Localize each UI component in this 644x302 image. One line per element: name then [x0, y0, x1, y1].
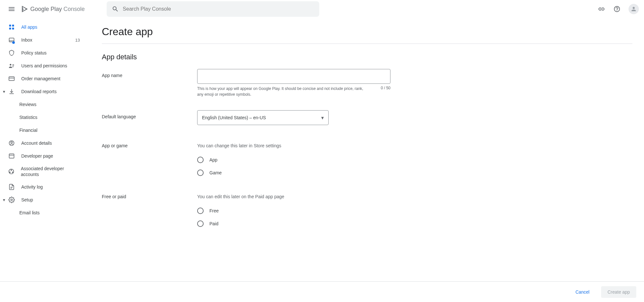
sidebar-item-account-details[interactable]: Account details [0, 137, 85, 150]
free-or-paid-row: Free or paid You can edit this later on … [102, 194, 632, 233]
user-avatar[interactable] [629, 4, 639, 14]
help-icon [613, 5, 620, 13]
sidebar-item-label: Reviews [19, 102, 36, 107]
svg-rect-3 [12, 25, 14, 27]
download-icon [8, 88, 15, 95]
radio-icon [197, 170, 204, 176]
web-icon [8, 152, 15, 160]
gear-icon [8, 196, 15, 204]
default-language-select[interactable]: English (United States) – en-US ▾ [197, 110, 329, 125]
search-icon [112, 5, 119, 13]
apps-icon [8, 23, 15, 31]
svg-point-10 [11, 141, 13, 143]
header-actions [595, 3, 639, 15]
sidebar-item-label: Download reports [21, 89, 57, 94]
sidebar-item-download-reports[interactable]: ▾ Download reports [0, 85, 85, 98]
sidebar-item-email-lists[interactable]: Email lists [0, 206, 85, 219]
select-value: English (United States) – en-US [202, 115, 266, 120]
file-icon [8, 183, 15, 191]
radio-label: Game [209, 170, 222, 175]
sidebar-item-label: Account details [21, 141, 52, 146]
sidebar-item-all-apps[interactable]: All apps [0, 21, 85, 34]
section-title: App details [102, 53, 632, 61]
sidebar-item-label: Setup [21, 197, 33, 202]
app-or-game-hint: You can change this later in Store setti… [197, 143, 390, 148]
person-circle-icon [8, 139, 15, 147]
sidebar-nav: All apps Inbox 13 Policy status Users an… [0, 18, 90, 281]
sidebar-item-label: Email lists [19, 210, 40, 215]
svg-rect-4 [9, 28, 11, 30]
sidebar-item-financial[interactable]: Financial [0, 124, 85, 137]
app-name-helper: This is how your app will appear on Goog… [197, 86, 365, 97]
help-button[interactable] [610, 3, 623, 15]
radio-option-paid[interactable]: Paid [197, 220, 390, 227]
sidebar-item-users-permissions[interactable]: Users and permissions [0, 59, 85, 72]
sidebar-item-label: Associated developer accounts [21, 166, 80, 177]
logo-text: Google Play Console [30, 6, 85, 13]
sidebar-item-label: Order management [21, 76, 60, 81]
search-input[interactable] [123, 6, 314, 12]
radio-icon [197, 208, 204, 214]
app-name-input[interactable] [197, 69, 390, 84]
radio-option-app[interactable]: App [197, 157, 390, 163]
sidebar-item-label: Financial [19, 128, 37, 133]
sidebar-item-activity-log[interactable]: Activity log [0, 180, 85, 193]
sidebar-item-order-management[interactable]: Order management [0, 72, 85, 85]
link-button[interactable] [595, 3, 608, 15]
sidebar-item-statistics[interactable]: Statistics [0, 111, 85, 124]
sidebar-item-policy-status[interactable]: Policy status [0, 46, 85, 59]
app-name-row: App name This is how your app will appea… [102, 69, 632, 97]
svg-rect-2 [9, 25, 11, 27]
svg-point-13 [11, 170, 12, 171]
notification-dot [12, 41, 15, 44]
svg-point-14 [10, 172, 10, 173]
sidebar-item-associated-accounts[interactable]: Associated developer accounts [0, 162, 85, 180]
radio-icon [197, 220, 204, 227]
search-container[interactable] [107, 1, 319, 17]
sidebar-item-label: Activity log [21, 184, 43, 190]
sidebar-item-developer-page[interactable]: Developer page [0, 150, 85, 162]
svg-rect-11 [9, 154, 14, 158]
person-icon [630, 6, 637, 12]
inbox-badge: 13 [75, 38, 80, 43]
divider [102, 44, 632, 44]
play-console-logo[interactable]: Google Play Console [21, 5, 85, 13]
page-title: Create app [102, 26, 632, 38]
sidebar-item-label: Policy status [21, 50, 47, 55]
caret-down-icon: ▾ [1, 89, 6, 94]
sidebar-item-inbox[interactable]: Inbox 13 [0, 34, 85, 46]
hamburger-menu-button[interactable] [5, 3, 18, 15]
sidebar-item-label: Inbox [21, 37, 32, 43]
radio-label: App [209, 157, 217, 162]
default-language-label: Default language [102, 110, 197, 119]
card-icon [8, 75, 15, 83]
network-icon [8, 168, 15, 175]
app-or-game-row: App or game You can change this later in… [102, 143, 632, 176]
radio-option-game[interactable]: Game [197, 170, 390, 176]
sidebar-item-label: Users and permissions [21, 63, 67, 68]
radio-icon [197, 157, 204, 163]
free-or-paid-hint: You can edit this later on the Paid app … [197, 194, 390, 199]
sidebar-item-label: Developer page [21, 153, 53, 159]
sidebar-item-setup[interactable]: ▾ Setup [0, 193, 85, 206]
sidebar-item-reviews[interactable]: Reviews [0, 98, 85, 111]
sidebar-item-label: Statistics [19, 115, 37, 120]
radio-label: Free [209, 208, 219, 213]
app-or-game-label: App or game [102, 143, 197, 148]
chevron-down-icon: ▾ [321, 115, 324, 121]
users-icon [8, 62, 15, 70]
free-or-paid-label: Free or paid [102, 194, 197, 199]
play-logo-icon [21, 5, 28, 13]
link-icon [598, 5, 605, 13]
svg-point-7 [10, 64, 11, 65]
radio-option-free[interactable]: Free [197, 208, 390, 214]
svg-rect-8 [9, 77, 14, 81]
svg-rect-5 [12, 28, 14, 30]
caret-down-icon: ▾ [1, 197, 6, 202]
default-language-row: Default language English (United States)… [102, 110, 632, 125]
app-name-label: App name [102, 69, 197, 78]
svg-point-15 [12, 172, 13, 173]
radio-label: Paid [209, 221, 218, 226]
svg-point-16 [11, 199, 13, 201]
app-header: Google Play Console [0, 0, 644, 18]
